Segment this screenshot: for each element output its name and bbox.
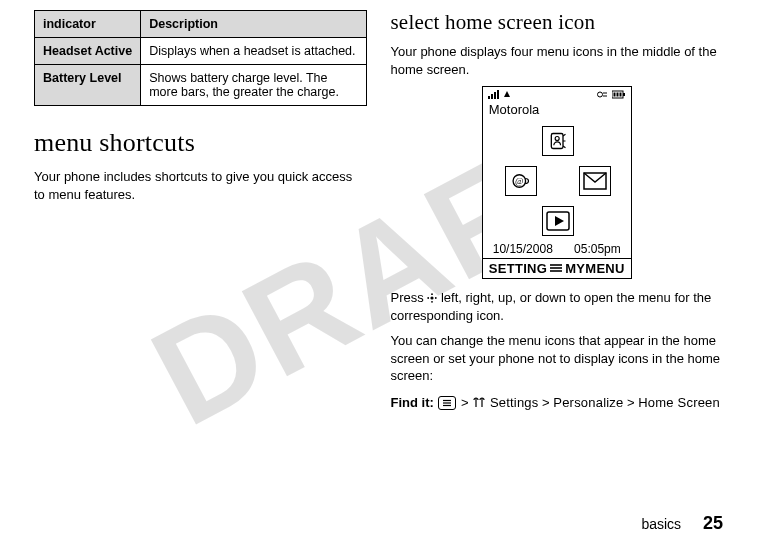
softkey-right: MYMENU bbox=[565, 261, 625, 276]
table-row: Headset Active Displays when a headset i… bbox=[35, 38, 367, 65]
home-icon-media bbox=[542, 206, 574, 236]
heading-select-home-screen-icon: select home screen icon bbox=[391, 10, 724, 35]
svg-point-4 bbox=[597, 92, 602, 97]
find-it-label: Find it: bbox=[391, 395, 434, 410]
data-icon bbox=[597, 90, 609, 101]
press-instruction: Press left, right, up, or down to open t… bbox=[391, 289, 724, 324]
softkey-left: SETTING bbox=[489, 261, 547, 276]
path-home-screen: Home Screen bbox=[638, 395, 720, 410]
table-row: Battery Level Shows battery charge level… bbox=[35, 65, 367, 106]
softkey-menu-icon bbox=[549, 263, 563, 275]
menu-key-icon bbox=[438, 396, 456, 410]
svg-point-22 bbox=[428, 297, 430, 299]
svg-rect-3 bbox=[497, 90, 499, 99]
home-icon-contacts bbox=[542, 126, 574, 156]
signal-icon bbox=[488, 90, 502, 101]
page-footer: basics 25 bbox=[641, 513, 723, 534]
th-description: Description bbox=[141, 11, 366, 38]
cell-description: Displays when a headset is attached. bbox=[141, 38, 366, 65]
home-icon-web: @ bbox=[505, 166, 537, 196]
phone-time: 05:05pm bbox=[574, 242, 621, 256]
footer-page-number: 25 bbox=[703, 513, 723, 533]
phone-brand: Motorola bbox=[483, 102, 631, 118]
home-icon-messages bbox=[579, 166, 611, 196]
svg-point-19 bbox=[431, 296, 434, 299]
nav-key-icon bbox=[427, 290, 437, 300]
indicator-table: indicator Description Headset Active Dis… bbox=[34, 10, 367, 106]
footer-section: basics bbox=[641, 516, 681, 532]
svg-text:@: @ bbox=[515, 176, 523, 186]
svg-point-21 bbox=[431, 301, 433, 303]
change-instruction: You can change the menu icons that appea… bbox=[391, 332, 724, 385]
svg-point-20 bbox=[431, 293, 433, 295]
press-prefix: Press bbox=[391, 290, 428, 305]
svg-rect-6 bbox=[623, 93, 625, 96]
right-column: select home screen icon Your phone displ… bbox=[391, 10, 724, 412]
status-bar bbox=[483, 87, 631, 102]
cell-indicator: Headset Active bbox=[35, 38, 141, 65]
home-icons-grid: @ bbox=[483, 122, 631, 242]
phone-date: 10/15/2008 bbox=[493, 242, 553, 256]
settings-icon bbox=[472, 396, 486, 412]
path-settings: Settings bbox=[490, 395, 539, 410]
th-indicator: indicator bbox=[35, 11, 141, 38]
svg-rect-2 bbox=[494, 92, 496, 99]
intro-text: Your phone displays four menu icons in t… bbox=[391, 43, 724, 78]
heading-menu-shortcuts: menu shortcuts bbox=[34, 128, 367, 158]
ring-icon bbox=[502, 90, 512, 101]
find-it-line: Find it: > Settings > Personalize > Home… bbox=[391, 395, 724, 412]
svg-rect-1 bbox=[491, 94, 493, 99]
battery-icon bbox=[612, 90, 626, 101]
path-personalize: Personalize bbox=[553, 395, 623, 410]
svg-rect-9 bbox=[619, 93, 621, 97]
cell-description: Shows battery charge level. The more bar… bbox=[141, 65, 366, 106]
svg-point-11 bbox=[555, 137, 559, 141]
svg-rect-8 bbox=[616, 93, 618, 97]
phone-screen: Motorola @ 10/15/2008 bbox=[482, 86, 632, 279]
left-column: indicator Description Headset Active Dis… bbox=[34, 10, 367, 412]
press-suffix: left, right, up, or down to open the men… bbox=[391, 290, 712, 323]
svg-rect-0 bbox=[488, 96, 490, 99]
menu-shortcuts-body: Your phone includes shortcuts to give yo… bbox=[34, 168, 367, 203]
cell-indicator: Battery Level bbox=[35, 65, 141, 106]
svg-rect-7 bbox=[613, 93, 615, 97]
